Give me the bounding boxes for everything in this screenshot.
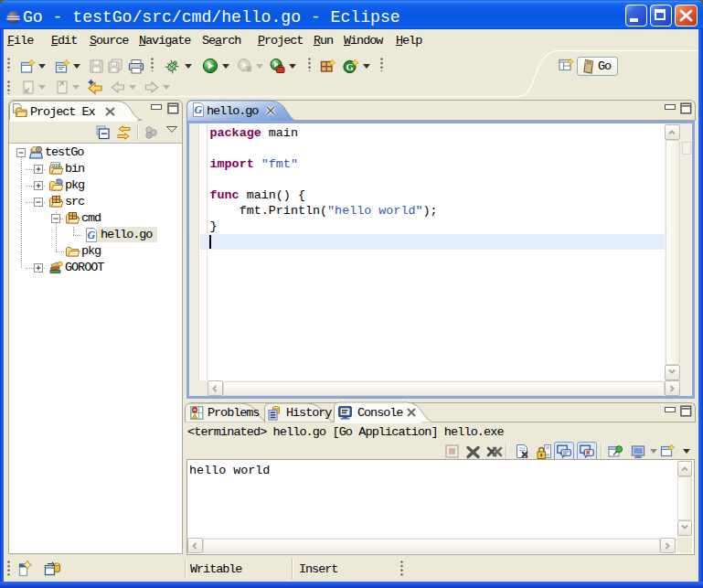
svg-text:G: G <box>194 103 202 116</box>
svg-text:G: G <box>346 62 354 72</box>
svg-text:G: G <box>87 229 95 241</box>
svg-text:010: 010 <box>52 163 60 168</box>
